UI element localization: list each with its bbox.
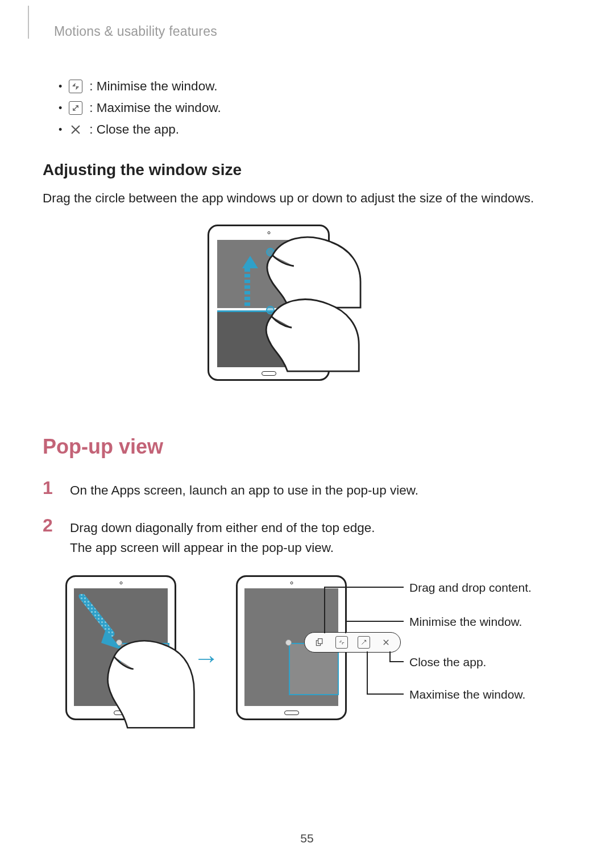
minimise-icon <box>69 80 82 93</box>
bullet-text: : Maximise the window. <box>89 101 221 115</box>
step-number: 1 <box>43 479 57 501</box>
icon-bullet-list: • : Minimise the window. • : Maximise th… <box>59 79 571 137</box>
bullet-minimise: • : Minimise the window. <box>59 79 571 94</box>
tablet-camera-dot <box>119 582 122 584</box>
callout-maximise: Maximise the window. <box>409 688 525 701</box>
close-icon <box>380 636 392 649</box>
callout-connector <box>345 621 404 622</box>
maximise-icon <box>358 636 370 649</box>
bullet-dot: • <box>59 81 62 92</box>
bullet-dot: • <box>59 124 62 135</box>
step-line: Drag down diagonally from either end of … <box>70 518 375 538</box>
step-2: 2 Drag down diagonally from either end o… <box>43 516 571 558</box>
callout-minimise: Minimise the window. <box>409 615 522 629</box>
home-button-icon <box>284 711 299 715</box>
figure-split-window <box>208 225 406 381</box>
step-number: 2 <box>43 516 57 558</box>
callout-connector <box>389 651 391 661</box>
arrow-right-icon: → <box>193 642 219 673</box>
callout-connector <box>345 621 346 633</box>
step-body: On the Apps screen, launch an app to use… <box>70 479 418 501</box>
minimise-icon <box>335 636 348 649</box>
up-arrow-icon <box>242 256 252 308</box>
hand-illustration <box>97 629 196 729</box>
step-body: Drag down diagonally from either end of … <box>70 516 375 558</box>
header-rule <box>28 6 29 39</box>
bullet-text: : Close the app. <box>89 122 179 137</box>
page-number: 55 <box>300 832 313 845</box>
callout-connector <box>324 587 404 588</box>
popup-toolbar <box>304 632 401 653</box>
heading-popup-view: Pop-up view <box>43 435 571 459</box>
maximise-icon <box>69 101 82 115</box>
callout-connector <box>389 661 404 662</box>
svg-rect-3 <box>318 639 322 644</box>
bullet-text: : Minimise the window. <box>89 79 217 94</box>
callout-connector <box>367 651 368 693</box>
hand-bottom-illustration <box>256 287 364 372</box>
subheading-adjust: Adjusting the window size <box>43 161 571 179</box>
callout-connector <box>324 587 325 633</box>
bullet-close: • : Close the app. <box>59 122 571 137</box>
adjust-window-text: Drag the circle between the app windows … <box>43 189 571 207</box>
close-icon <box>69 123 82 136</box>
bullet-maximise: • : Maximise the window. <box>59 101 571 115</box>
breadcrumb: Motions & usability features <box>54 24 571 39</box>
page-content: Motions & usability features • : Minimis… <box>0 0 614 751</box>
step-line: The app screen will appear in the pop-up… <box>70 538 375 558</box>
step-1: 1 On the Apps screen, launch an app to u… <box>43 479 571 501</box>
tablet-camera-dot <box>290 582 293 584</box>
drag-content-icon <box>313 636 326 649</box>
figure-popup-view: → <box>65 575 571 751</box>
bullet-dot: • <box>59 103 62 113</box>
callout-drag: Drag and drop content. <box>409 581 532 595</box>
callout-connector <box>367 693 404 695</box>
callout-close: Close the app. <box>409 655 486 669</box>
steps-list: 1 On the Apps screen, launch an app to u… <box>43 479 571 559</box>
